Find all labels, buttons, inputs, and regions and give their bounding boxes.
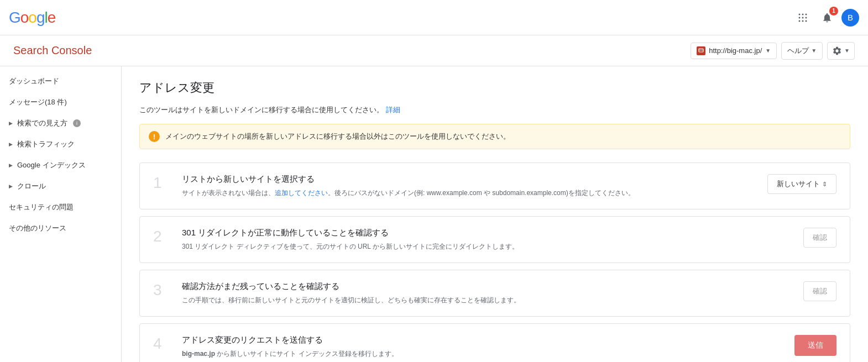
step-4-domain: big-mac.jp — [182, 350, 215, 358]
svg-point-0 — [799, 13, 801, 15]
page-description-text: このツールはサイトを新しいドメインに移行する場合に使用してください。 — [139, 106, 384, 114]
sidebar-item-label: メッセージ(18 件) — [9, 97, 67, 107]
step-2-card: 2 301 リダイレクトが正常に動作していることを確認する 301 リダイレクト… — [139, 216, 850, 263]
settings-chevron: ▼ — [844, 48, 850, 54]
settings-icon — [832, 46, 842, 56]
content-area: アドレス変更 このツールはサイトを新しいドメインに移行する場合に使用してください… — [122, 66, 868, 362]
step-1-desc: サイトが表示されない場合は、追加してください。後ろにパスがないドメイン(例: w… — [182, 188, 756, 198]
step-1-desc-link[interactable]: 追加してください — [275, 189, 328, 197]
sidebar-item-label: 検索トラフィック — [17, 139, 75, 149]
new-site-label: 新しいサイト — [777, 179, 820, 189]
svg-point-4 — [802, 17, 804, 18]
step-2-desc: 301 リダイレクト ディレクティブを使って、元のサイトの URL から新しいサ… — [182, 242, 759, 251]
step-2-number: 2 — [153, 229, 171, 244]
page-description: このツールはサイトを新しいドメインに移行する場合に使用してください。 詳細 — [139, 105, 850, 115]
step-1-action: 新しいサイト ⇕ — [767, 174, 836, 194]
step-2-title: 301 リダイレクトが正常に動作していることを確認する — [182, 228, 759, 238]
app-title: Search Console — [13, 44, 92, 57]
svg-point-5 — [806, 17, 807, 18]
warning-box: ! メインのウェブサイトの場所を新しいアドレスに移行する場合以外はこのツールを使… — [139, 124, 850, 149]
step-4-number: 4 — [153, 336, 171, 351]
help-label: ヘルプ — [787, 46, 809, 56]
sidebar-item-label: クロール — [17, 181, 46, 191]
site-selector[interactable]: http://big-mac.jp/ ▼ — [691, 43, 777, 59]
step-3-content: 確認方法がまだ残っていることを確認する この手順では、移行前に新しいサイトと元の… — [182, 281, 759, 305]
topbar-right: 1 B — [793, 8, 859, 28]
sidebar-item-search-appearance[interactable]: 検索での見え方 i — [0, 113, 121, 134]
warning-text: メインのウェブサイトの場所を新しいアドレスに移行する場合以外はこのツールを使用し… — [165, 132, 510, 141]
sidebar-item-label: その他のリソース — [9, 223, 66, 233]
svg-point-8 — [806, 20, 807, 22]
step-4-action: 送信 — [770, 335, 836, 356]
main-layout: ダッシュボード メッセージ(18 件) 検索での見え方 i 検索トラフィック G… — [0, 66, 868, 362]
new-site-dropdown-button[interactable]: 新しいサイト ⇕ — [767, 174, 836, 194]
avatar[interactable]: B — [841, 9, 859, 27]
svg-point-3 — [799, 17, 801, 18]
step-2-confirm-button[interactable]: 確認 — [803, 228, 836, 248]
apps-icon — [797, 12, 808, 23]
step-3-confirm-button[interactable]: 確認 — [803, 281, 836, 301]
step-3-desc: この手順では、移行前に新しいサイトと元のサイトを適切に検証し、どちらも確実に存在… — [182, 295, 759, 305]
notification-button[interactable]: 1 — [817, 8, 837, 28]
step-1-desc-prefix: サイトが表示されない場合は、 — [182, 189, 275, 197]
svg-point-2 — [806, 13, 807, 15]
subheader: Search Console http://big-mac.jp/ ▼ ヘルプ … — [0, 35, 868, 66]
sidebar-item-search-traffic[interactable]: 検索トラフィック — [0, 134, 121, 155]
step-1-desc-suffix: 。後ろにパスがないドメイン(例: www.example.com や subdo… — [328, 189, 635, 197]
sidebar-item-crawl[interactable]: クロール — [0, 176, 121, 197]
step-4-content: アドレス変更のリクエストを送信する big-mac.jp から新しいサイトにサイ… — [182, 335, 759, 359]
apps-button[interactable] — [793, 8, 813, 28]
help-chevron: ▼ — [811, 48, 817, 54]
settings-dropdown[interactable]: ▼ — [827, 42, 855, 60]
site-icon — [697, 46, 705, 55]
subheader-right: http://big-mac.jp/ ▼ ヘルプ ▼ ▼ — [691, 42, 855, 60]
step-2-content: 301 リダイレクトが正常に動作していることを確認する 301 リダイレクト デ… — [182, 228, 759, 251]
step-2-action: 確認 — [770, 228, 836, 248]
svg-point-6 — [799, 20, 801, 22]
new-site-chevron: ⇕ — [822, 181, 827, 188]
notification-count: 1 — [829, 7, 838, 15]
step-3-number: 3 — [153, 282, 171, 298]
topbar: Google 1 B — [0, 0, 868, 35]
step-1-title: リストから新しいサイトを選択する — [182, 174, 756, 185]
step-1-card: 1 リストから新しいサイトを選択する サイトが表示されない場合は、追加してくださ… — [139, 162, 850, 209]
topbar-left: Google — [9, 9, 55, 27]
site-url: http://big-mac.jp/ — [709, 46, 762, 55]
detail-link[interactable]: 詳細 — [386, 106, 400, 114]
sidebar-item-google-index[interactable]: Google インデックス — [0, 155, 121, 176]
step-3-action: 確認 — [770, 281, 836, 301]
step-4-title: アドレス変更のリクエストを送信する — [182, 335, 759, 345]
sidebar: ダッシュボード メッセージ(18 件) 検索での見え方 i 検索トラフィック G… — [0, 66, 122, 362]
sidebar-item-label: 検索での見え方 — [17, 118, 67, 128]
sidebar-item-messages[interactable]: メッセージ(18 件) — [0, 92, 121, 113]
sidebar-item-label: ダッシュボード — [9, 76, 59, 86]
step-4-desc: big-mac.jp から新しいサイトにサイト インデックス登録を移行します。 — [182, 349, 759, 359]
svg-point-1 — [802, 13, 804, 15]
submit-button[interactable]: 送信 — [794, 335, 836, 356]
step-4-card: 4 アドレス変更のリクエストを送信する big-mac.jp から新しいサイトに… — [139, 323, 850, 362]
step-1-number: 1 — [153, 175, 171, 191]
step-3-title: 確認方法がまだ残っていることを確認する — [182, 281, 759, 292]
svg-point-7 — [802, 20, 804, 22]
site-selector-chevron: ▼ — [765, 48, 771, 54]
google-logo: Google — [9, 9, 55, 27]
step-1-content: リストから新しいサイトを選択する サイトが表示されない場合は、追加してください。… — [182, 174, 756, 198]
step-3-card: 3 確認方法がまだ残っていることを確認する この手順では、移行前に新しいサイトと… — [139, 270, 850, 317]
help-dropdown[interactable]: ヘルプ ▼ — [781, 42, 823, 60]
sidebar-item-label: Google インデックス — [17, 160, 86, 170]
sidebar-item-other-resources[interactable]: その他のリソース — [0, 218, 121, 239]
sidebar-item-label: セキュリティの問題 — [9, 202, 74, 212]
sidebar-item-security[interactable]: セキュリティの問題 — [0, 197, 121, 218]
page-title: アドレス変更 — [139, 80, 850, 96]
svg-rect-9 — [699, 49, 703, 52]
sidebar-item-dashboard[interactable]: ダッシュボード — [0, 71, 121, 92]
warning-icon: ! — [149, 131, 160, 142]
info-icon: i — [73, 119, 81, 127]
